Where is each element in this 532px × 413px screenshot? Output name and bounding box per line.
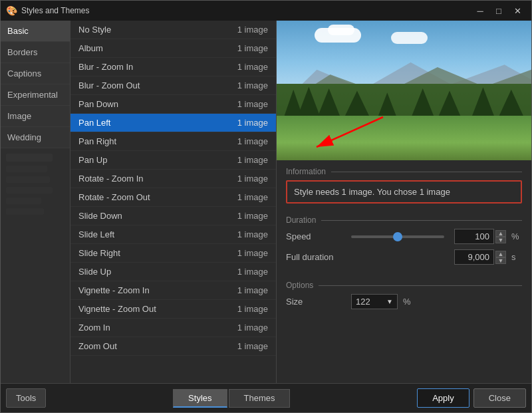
style-item-count: 1 image	[237, 211, 268, 221]
speed-down-arrow[interactable]: ▼	[495, 237, 506, 243]
style-item-pan-left[interactable]: Pan Left 1 image	[70, 114, 276, 132]
style-item-blur-zoom-in[interactable]: Blur - Zoom In 1 image	[70, 58, 276, 76]
full-duration-label: Full duration	[286, 252, 346, 262]
style-item-name: Album	[78, 43, 103, 53]
style-item-count: 1 image	[237, 62, 268, 72]
close-button[interactable]: Close	[473, 388, 526, 408]
title-bar: 🎨 Styles and Themes ─ □ ✕	[1, 1, 531, 21]
sidebar-extra-item-3	[6, 176, 50, 183]
speed-arrows: ▲ ▼	[495, 230, 506, 243]
sidebar-extra-item-1	[6, 154, 53, 162]
speed-label: Speed	[286, 231, 346, 241]
information-box: Style needs 1 image. You chose 1 image	[286, 180, 522, 204]
speed-input[interactable]	[454, 229, 494, 244]
apply-button[interactable]: Apply	[417, 388, 469, 408]
sidebar-item-captions[interactable]: Captions	[1, 63, 70, 84]
style-item-name: Slide Left	[78, 229, 114, 239]
information-header: Information	[286, 167, 522, 176]
style-item-blur-zoom-out[interactable]: Blur - Zoom Out 1 image	[70, 76, 276, 95]
style-item-count: 1 image	[237, 285, 268, 295]
tools-button[interactable]: Tools	[6, 388, 46, 408]
style-item-name: Slide Right	[78, 248, 120, 258]
style-list-panel: No Style 1 image Album 1 image Blur - Zo…	[70, 21, 277, 383]
title-bar-controls: ─ □ ✕	[471, 3, 526, 18]
sidebar-extra-item-4	[6, 187, 53, 194]
style-item-zoom-out[interactable]: Zoom Out 1 image	[70, 337, 276, 356]
style-item-count: 1 image	[237, 80, 268, 90]
style-item-pan-right[interactable]: Pan Right 1 image	[70, 132, 276, 151]
tab-themes[interactable]: Themes	[229, 389, 291, 408]
style-item-name: Blur - Zoom In	[78, 62, 133, 72]
style-item-count: 1 image	[237, 118, 268, 128]
sidebar-extra-item-5	[6, 198, 41, 204]
cloud-2	[328, 25, 354, 35]
style-item-no-style[interactable]: No Style 1 image	[70, 21, 276, 39]
full-duration-unit: s	[511, 252, 522, 262]
style-item-pan-down[interactable]: Pan Down 1 image	[70, 95, 276, 114]
style-item-name: Pan Right	[78, 136, 116, 146]
style-item-count: 1 image	[237, 174, 268, 184]
style-item-slide-left[interactable]: Slide Left 1 image	[70, 225, 276, 244]
sidebar-extra-item-2	[6, 166, 47, 172]
style-item-count: 1 image	[237, 43, 268, 53]
style-item-vignette-zoom-out[interactable]: Vignette - Zoom Out 1 image	[70, 300, 276, 319]
style-item-name: Blur - Zoom Out	[78, 80, 140, 90]
size-dropdown-arrow: ▼	[386, 298, 393, 305]
full-duration-row: Full duration ▲ ▼ s	[286, 249, 522, 265]
size-select[interactable]: 122 ▼	[351, 294, 398, 309]
sidebar: Basic Borders Captions Experimental Imag…	[1, 21, 70, 383]
size-unit: %	[403, 297, 414, 307]
style-item-rotate-zoom-out[interactable]: Rotate - Zoom Out 1 image	[70, 188, 276, 207]
style-item-count: 1 image	[237, 341, 268, 351]
style-item-count: 1 image	[237, 323, 268, 333]
style-item-slide-right[interactable]: Slide Right 1 image	[70, 244, 276, 263]
full-duration-up-arrow[interactable]: ▲	[495, 251, 506, 257]
tab-styles[interactable]: Styles	[173, 389, 227, 408]
size-row: Size 122 ▼ %	[286, 294, 522, 309]
full-duration-down-arrow[interactable]: ▼	[495, 257, 506, 264]
style-item-slide-up[interactable]: Slide Up 1 image	[70, 263, 276, 281]
style-item-name: Pan Down	[78, 99, 118, 109]
style-item-count: 1 image	[237, 248, 268, 258]
style-item-name: Vignette - Zoom Out	[78, 304, 156, 314]
preview-image	[277, 21, 531, 160]
style-item-count: 1 image	[237, 192, 268, 202]
duration-header: Duration	[286, 215, 522, 225]
sidebar-item-experimental[interactable]: Experimental	[1, 84, 70, 106]
sidebar-item-basic[interactable]: Basic	[1, 21, 70, 42]
sidebar-item-wedding[interactable]: Wedding	[1, 127, 70, 148]
style-item-vignette-zoom-in[interactable]: Vignette - Zoom In 1 image	[70, 281, 276, 300]
main-window: 🎨 Styles and Themes ─ □ ✕ Basic Borders …	[0, 0, 532, 413]
style-item-count: 1 image	[237, 136, 268, 146]
style-item-name: Pan Up	[78, 155, 107, 165]
style-item-count: 1 image	[237, 229, 268, 239]
style-item-pan-up[interactable]: Pan Up 1 image	[70, 151, 276, 170]
full-duration-input[interactable]	[454, 249, 494, 265]
style-item-slide-down[interactable]: Slide Down 1 image	[70, 207, 276, 225]
sidebar-item-image[interactable]: Image	[1, 106, 70, 127]
style-item-count: 1 image	[237, 99, 268, 109]
sidebar-item-borders[interactable]: Borders	[1, 42, 70, 63]
style-item-zoom-in[interactable]: Zoom In 1 image	[70, 319, 276, 337]
style-item-name: No Style	[78, 25, 111, 35]
style-item-album[interactable]: Album 1 image	[70, 39, 276, 58]
style-item-name: Zoom In	[78, 323, 110, 333]
maximize-button[interactable]: □	[490, 3, 507, 18]
information-text: Style needs 1 image. You chose 1 image	[294, 187, 450, 197]
meadow-layer	[277, 116, 531, 160]
style-item-rotate-zoom-in[interactable]: Rotate - Zoom In 1 image	[70, 170, 276, 188]
speed-up-arrow[interactable]: ▲	[495, 230, 506, 237]
style-item-name: Vignette - Zoom In	[78, 285, 150, 295]
minimize-button[interactable]: ─	[471, 3, 489, 18]
size-value: 122	[356, 297, 370, 307]
speed-spinbox: ▲ ▼	[454, 229, 506, 244]
options-section: Options Size 122 ▼ %	[277, 275, 531, 315]
style-list: No Style 1 image Album 1 image Blur - Zo…	[70, 21, 276, 383]
speed-unit: %	[511, 231, 522, 241]
speed-slider[interactable]	[351, 235, 444, 238]
window-title: Styles and Themes	[21, 6, 90, 15]
main-content: Basic Borders Captions Experimental Imag…	[1, 21, 531, 383]
right-panel: Information Style needs 1 image. You cho…	[277, 21, 531, 383]
close-window-button[interactable]: ✕	[509, 3, 526, 18]
style-item-name: Slide Down	[78, 211, 122, 221]
